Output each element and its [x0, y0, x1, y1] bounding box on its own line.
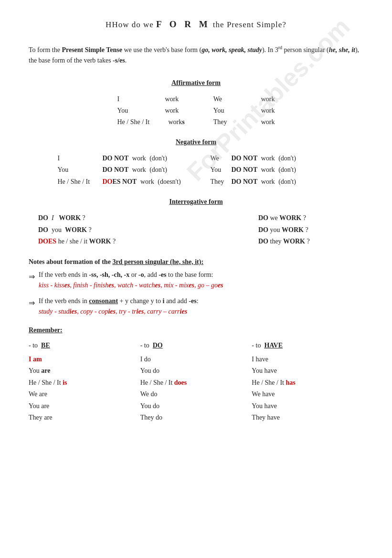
aff-row-3: He / She / It works	[117, 116, 184, 128]
aff-row-5: Youwork	[213, 105, 275, 116]
title-form-letters: F O R M	[156, 19, 211, 29]
interrogative-title: Interrogative form	[29, 198, 363, 206]
affirmative-right-col: Wework Youwork Theywork	[213, 94, 275, 127]
affirmative-title: Affirmative form	[29, 79, 363, 87]
title-prefix: HHow do we	[106, 20, 156, 29]
inter-row-6: DO they WORK ?	[258, 236, 354, 248]
have-row-6: They have	[252, 412, 363, 424]
interrogative-left: DO I WORK ? DO you WORK ? DOES he / she …	[38, 212, 134, 248]
inter-row-3: DOES he / she / it WORK ?	[38, 236, 134, 248]
do-column: - to DO I do You do He / She / It does W…	[140, 340, 252, 424]
intro-suffix: -s/es	[113, 57, 125, 64]
aff-row-1: Iwork	[117, 94, 184, 105]
do-row-5: You do	[140, 400, 252, 412]
negative-title: Negative form	[29, 138, 363, 146]
inter-row-1: DO I WORK ?	[38, 212, 134, 224]
do-row-1: I do	[140, 354, 252, 366]
be-title: - to BE	[29, 340, 140, 352]
affirmative-table: Iwork Youwork He / She / It works Wework…	[29, 94, 363, 127]
aff-row-6: Theywork	[213, 116, 275, 128]
be-row-4: We are	[29, 389, 140, 400]
be-row-5: You are	[29, 400, 140, 412]
remember-title: Remember:	[29, 326, 363, 334]
arrow-icon-2: ⇒	[29, 297, 35, 309]
note-item-1: ⇒ If the verb ends in -ss, -sh, -ch, -x …	[29, 270, 363, 291]
affirmative-left-col: Iwork Youwork He / She / It works	[117, 94, 184, 127]
note-example-1: kiss - kisses, finish - finishes, watch …	[39, 282, 223, 289]
negative-left-col: I DO NOT work (don't) You DO NOT work (d…	[58, 153, 182, 188]
have-row-4: We have	[252, 389, 363, 400]
notes-section: Notes about formation of the 3rd person …	[29, 258, 363, 317]
note-content-2: If the verb ends in consonant + y change…	[39, 296, 363, 317]
have-row-5: You have	[252, 400, 363, 412]
be-column: - to BE I am You are He / She / It is We…	[29, 340, 140, 424]
title-suffix: the Present Simple?	[211, 20, 286, 29]
notes-title: Notes about formation of the 3rd person …	[29, 258, 363, 266]
remember-cols: - to BE I am You are He / She / It is We…	[29, 340, 363, 424]
aff-row-2: Youwork	[117, 105, 184, 116]
neg-row-4: We DO NOT work (don't)	[211, 153, 335, 165]
have-column: - to HAVE I have You have He / She / It …	[252, 340, 363, 424]
inter-row-2: DO you WORK ?	[38, 224, 134, 236]
aff-row-4: Wework	[213, 94, 275, 105]
be-row-2: You are	[29, 365, 140, 377]
remember-section: Remember: - to BE I am You are He / She …	[29, 326, 363, 424]
negative-block: I DO NOT work (don't) You DO NOT work (d…	[29, 153, 363, 188]
have-row-2: You have	[252, 365, 363, 377]
do-title: - to DO	[140, 340, 252, 352]
neg-row-5: You DO NOT work (don't)	[211, 164, 335, 176]
interrogative-right: DO we WORK ? DO you WORK ? DO they WORK …	[258, 212, 354, 248]
note-content-1: If the verb ends in -ss, -sh, -ch, -x or…	[39, 270, 363, 291]
have-title: - to HAVE	[252, 340, 363, 352]
page-title: HHow do we F O R M the Present Simple?	[29, 19, 363, 30]
negative-right-col: We DO NOT work (don't) You DO NOT work (…	[211, 153, 335, 188]
arrow-icon-1: ⇒	[29, 271, 35, 283]
have-row-1: I have	[252, 354, 363, 366]
interrogative-rows: DO I WORK ? DO you WORK ? DOES he / she …	[29, 212, 363, 248]
negative-rows: I DO NOT work (don't) You DO NOT work (d…	[29, 153, 363, 188]
intro-paragraph: To form the Present Simple Tense we use …	[29, 44, 363, 66]
interrogative-block: DO I WORK ? DO you WORK ? DOES he / she …	[29, 212, 363, 248]
intro-examples: go, work, speak, study	[201, 46, 262, 53]
be-row-1: I am	[29, 354, 140, 366]
be-row-3: He / She / It is	[29, 377, 140, 389]
be-row-6: They are	[29, 412, 140, 424]
do-row-6: They do	[140, 412, 252, 424]
inter-row-5: DO you WORK ?	[258, 224, 354, 236]
neg-row-2: You DO NOT work (don't)	[58, 164, 182, 176]
note-item-2: ⇒ If the verb ends in consonant + y chan…	[29, 296, 363, 317]
do-row-2: You do	[140, 365, 252, 377]
neg-row-1: I DO NOT work (don't)	[58, 153, 182, 165]
intro-pronouns: he, she, it	[329, 46, 355, 53]
neg-row-3: He / She / It DOES NOT work (doesn't)	[58, 176, 182, 188]
do-row-3: He / She / It does	[140, 377, 252, 389]
do-row-4: We do	[140, 389, 252, 400]
note-example-2: study - studies, copy - copies, try - tr…	[39, 308, 187, 315]
have-row-3: He / She / It has	[252, 377, 363, 389]
intro-bold1: Present Simple Tense	[62, 46, 122, 53]
neg-row-6: They DO NOT work (don't)	[211, 176, 335, 188]
inter-row-4: DO we WORK ?	[258, 212, 354, 224]
